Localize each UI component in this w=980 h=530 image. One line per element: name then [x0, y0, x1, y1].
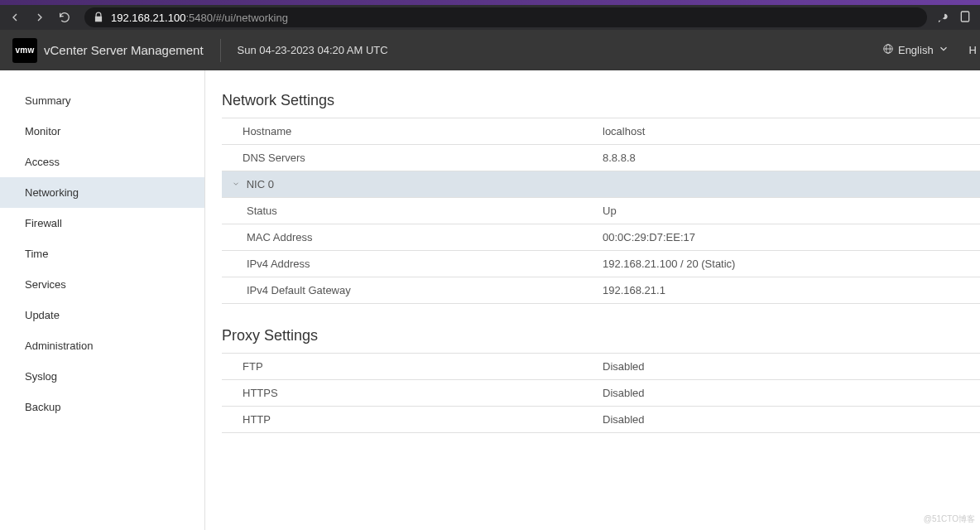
dns-value: 8.8.8.8 — [603, 145, 980, 171]
sidebar-item-access[interactable]: Access — [0, 147, 204, 177]
header-datetime: Sun 04-23-2023 04:20 AM UTC — [238, 44, 388, 56]
key-icon[interactable] — [937, 10, 950, 26]
ipv4addr-value: 192.168.21.100 / 20 (Static) — [603, 251, 980, 277]
globe-icon — [882, 43, 894, 57]
row-dns: DNS Servers 8.8.8.8 — [222, 145, 980, 171]
row-ftp: FTP Disabled — [222, 354, 980, 380]
row-hostname: Hostname localhost — [222, 118, 980, 145]
http-value: Disabled — [603, 407, 980, 433]
dns-label: DNS Servers — [222, 145, 603, 171]
nic-label: NIC 0 — [247, 178, 274, 190]
watermark: @51CTO博客 — [924, 513, 975, 525]
sidebar-item-time[interactable]: Time — [0, 238, 204, 269]
sidebar-item-syslog[interactable]: Syslog — [0, 361, 204, 392]
app-header: vmw vCenter Server Management Sun 04-23-… — [0, 30, 980, 70]
network-settings-title: Network Settings — [222, 92, 980, 109]
sidebar-item-networking[interactable]: Networking — [0, 177, 204, 208]
row-http: HTTP Disabled — [222, 407, 980, 433]
language-selector[interactable]: English — [882, 43, 949, 57]
row-mac: MAC Address 00:0C:29:D7:EE:17 — [222, 224, 980, 251]
back-button[interactable] — [5, 7, 25, 27]
status-value: Up — [603, 198, 980, 224]
row-ipv4gw: IPv4 Default Gateway 192.168.21.1 — [222, 277, 980, 304]
chevron-down-icon — [938, 43, 949, 57]
proxy-settings-title: Proxy Settings — [222, 327, 980, 344]
ipv4gw-value: 192.168.21.1 — [603, 277, 980, 304]
sidebar-item-firewall[interactable]: Firewall — [0, 208, 204, 238]
mac-label: MAC Address — [222, 224, 603, 251]
ipv4gw-label: IPv4 Default Gateway — [222, 277, 603, 304]
lock-icon — [93, 12, 104, 23]
network-settings-table: Hostname localhost DNS Servers 8.8.8.8 N… — [222, 118, 980, 304]
main-content: Network Settings Hostname localhost DNS … — [205, 70, 980, 530]
mac-value: 00:0C:29:D7:EE:17 — [603, 224, 980, 251]
bookmark-icon[interactable] — [958, 10, 972, 26]
svg-rect-0 — [961, 12, 968, 22]
address-bar[interactable]: 192.168.21.100:5480/#/ui/networking — [84, 7, 927, 27]
browser-toolbar: 192.168.21.100:5480/#/ui/networking — [0, 5, 980, 30]
sidebar-item-monitor[interactable]: Monitor — [0, 116, 204, 147]
chevron-down-icon — [232, 178, 240, 190]
sidebar: Summary Monitor Access Networking Firewa… — [0, 70, 205, 530]
sidebar-item-update[interactable]: Update — [0, 300, 204, 330]
sidebar-item-administration[interactable]: Administration — [0, 330, 204, 361]
vmware-logo: vmw — [12, 38, 37, 63]
proxy-settings-table: FTP Disabled HTTPS Disabled HTTP Disable… — [222, 353, 980, 433]
app-title: vCenter Server Management — [44, 43, 204, 57]
https-label: HTTPS — [222, 380, 603, 407]
row-nic0[interactable]: NIC 0 — [222, 171, 980, 198]
row-status: Status Up — [222, 198, 980, 224]
hostname-value: localhost — [603, 118, 980, 145]
sidebar-item-backup[interactable]: Backup — [0, 392, 204, 422]
language-label: English — [898, 44, 934, 56]
help-link[interactable]: H — [969, 44, 977, 56]
header-divider — [220, 39, 221, 62]
http-label: HTTP — [222, 407, 603, 433]
forward-button[interactable] — [30, 7, 50, 27]
ipv4addr-label: IPv4 Address — [222, 251, 603, 277]
status-label: Status — [222, 198, 603, 224]
reload-button[interactable] — [55, 7, 74, 27]
row-https: HTTPS Disabled — [222, 380, 980, 407]
url-host: 192.168.21.100 — [111, 12, 185, 24]
hostname-label: Hostname — [222, 118, 603, 145]
https-value: Disabled — [603, 380, 980, 407]
row-ipv4addr: IPv4 Address 192.168.21.100 / 20 (Static… — [222, 251, 980, 277]
ftp-value: Disabled — [603, 354, 980, 380]
url-path: :5480/#/ui/networking — [185, 12, 288, 24]
sidebar-item-summary[interactable]: Summary — [0, 85, 204, 116]
ftp-label: FTP — [222, 354, 603, 380]
sidebar-item-services[interactable]: Services — [0, 269, 204, 300]
